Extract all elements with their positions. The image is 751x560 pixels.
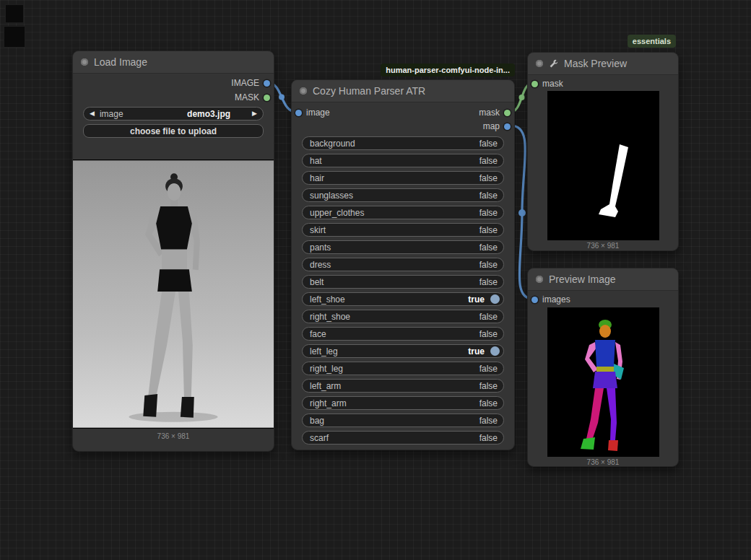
node-parser-titlebar[interactable]: Cozy Human Parser ATR: [292, 80, 514, 102]
node-collapse-dot[interactable]: [536, 60, 543, 67]
toggle-label: skirt: [310, 225, 479, 235]
toggle-label: scarf: [310, 433, 479, 443]
node-title: Load Image: [94, 56, 147, 68]
model-photo: [73, 159, 274, 429]
node-preview-image[interactable]: Preview Image images 736 × 981: [527, 268, 679, 467]
toggle-skirt[interactable]: skirtfalse: [302, 223, 504, 237]
node-collapse-dot[interactable]: [300, 87, 307, 95]
image-output-dot[interactable]: [264, 80, 270, 87]
image-file-combo[interactable]: ◀ image demo3.jpg ▶: [83, 107, 264, 121]
toggle-value: false: [479, 381, 498, 391]
toggle-knob-icon: [490, 294, 500, 304]
toggle-left_arm[interactable]: left_armfalse: [302, 379, 504, 393]
image-input-dot[interactable]: [295, 110, 302, 116]
choose-file-button[interactable]: choose file to upload: [83, 124, 264, 138]
image-dimensions: 736 × 981: [528, 458, 678, 466]
map-output-dot[interactable]: [504, 123, 511, 130]
load-image-preview: [73, 159, 274, 429]
essentials-badge: essentials: [628, 35, 676, 48]
toggle-right_leg[interactable]: right_legfalse: [302, 362, 504, 375]
node-title: Preview Image: [549, 274, 616, 285]
toggle-value: false: [479, 312, 498, 322]
toggle-value: true: [468, 346, 485, 356]
slot-row-image-input: image: [295, 108, 330, 118]
toggle-upper_clothes[interactable]: upper_clothesfalse: [302, 206, 504, 219]
node-preview-image-titlebar[interactable]: Preview Image: [528, 268, 678, 291]
toggle-bag[interactable]: bagfalse: [302, 414, 504, 427]
slot-row-mask-input: mask: [531, 79, 563, 89]
toggle-dress[interactable]: dressfalse: [302, 258, 504, 271]
toggle-knob-icon: [490, 346, 500, 356]
toggle-value: false: [479, 139, 498, 149]
node-mask-preview-titlebar[interactable]: Mask Preview: [528, 53, 678, 75]
toggle-label: face: [310, 329, 479, 339]
slot-row-mask-output: mask: [479, 108, 511, 118]
node-mask-preview[interactable]: Mask Preview mask 736 × 981: [527, 52, 679, 251]
toggle-label: hair: [310, 173, 479, 183]
wrench-icon: [549, 59, 558, 69]
toggle-scarf[interactable]: scarffalse: [302, 431, 504, 445]
node-load-image[interactable]: Load Image IMAGE MASK ◀ image demo3.jpg …: [72, 51, 274, 452]
image-dimensions: 736 × 981: [73, 432, 274, 440]
toggle-value: false: [479, 260, 498, 270]
slot-label-mask: mask: [542, 79, 563, 89]
slot-row-mask-output: MASK: [235, 92, 270, 102]
mask-preview-image: [547, 91, 659, 240]
toggle-label: right_arm: [310, 398, 479, 408]
toggle-label: sunglasses: [310, 191, 479, 201]
toggle-label: upper_clothes: [310, 208, 479, 218]
mask-output-dot[interactable]: [264, 95, 270, 101]
combo-value: demo3.jpg: [187, 109, 230, 119]
images-input-dot[interactable]: [531, 297, 538, 303]
node-load-image-titlebar[interactable]: Load Image: [73, 51, 274, 74]
toggle-value: false: [479, 173, 498, 183]
slot-label-image: image: [306, 108, 330, 118]
toggle-hair[interactable]: hairfalse: [302, 171, 504, 185]
toggle-hat[interactable]: hatfalse: [302, 154, 504, 167]
toggle-label: belt: [310, 277, 479, 287]
offscreen-node-2: [4, 26, 25, 48]
slot-label-mask: MASK: [235, 92, 259, 102]
toggle-value: false: [479, 364, 498, 374]
toggle-belt[interactable]: beltfalse: [302, 275, 504, 289]
toggle-value: false: [479, 191, 498, 201]
toggle-label: hat: [310, 156, 479, 166]
node-collapse-dot[interactable]: [536, 276, 543, 283]
toggle-value: false: [479, 208, 498, 218]
toggle-value: false: [479, 242, 498, 253]
segmentation-preview-image: [547, 307, 659, 457]
toggle-left_leg[interactable]: left_legtrue: [302, 344, 504, 358]
toggle-background[interactable]: backgroundfalse: [302, 136, 504, 150]
toggle-label: left_shoe: [310, 294, 468, 305]
toggle-value: true: [468, 294, 485, 305]
toggle-sunglasses[interactable]: sunglassesfalse: [302, 188, 504, 202]
toggle-value: false: [479, 225, 498, 235]
mask-output-dot[interactable]: [504, 110, 511, 116]
image-dimensions: 736 × 981: [528, 242, 678, 250]
node-collapse-dot[interactable]: [81, 58, 88, 66]
toggle-label: left_leg: [310, 346, 468, 356]
toggle-face[interactable]: facefalse: [302, 327, 504, 341]
toggle-value: false: [479, 398, 498, 408]
toggle-label: bag: [310, 416, 479, 426]
toggle-right_shoe[interactable]: right_shoefalse: [302, 310, 504, 323]
toggle-value: false: [479, 156, 498, 166]
toggle-pants[interactable]: pantsfalse: [302, 240, 504, 254]
combo-next-icon[interactable]: ▶: [252, 110, 257, 117]
toggle-label: right_leg: [310, 364, 479, 374]
toggle-left_shoe[interactable]: left_shoetrue: [302, 292, 504, 306]
slot-label-images: images: [542, 294, 570, 305]
combo-prev-icon[interactable]: ◀: [90, 110, 95, 117]
slot-label-image: IMAGE: [231, 78, 259, 88]
toggle-label: background: [310, 139, 479, 149]
node-source-badge: human-parser-comfyui-node-in...: [381, 64, 515, 76]
mask-input-dot[interactable]: [531, 81, 538, 87]
node-cozy-human-parser[interactable]: Cozy Human Parser ATR image mask map bac…: [291, 79, 515, 450]
slot-row-image-output: IMAGE: [231, 78, 270, 88]
toggle-value: false: [479, 416, 498, 426]
slot-label-mask: mask: [479, 108, 500, 118]
toggle-right_arm[interactable]: right_armfalse: [302, 396, 504, 410]
slot-row-map-output: map: [483, 121, 511, 131]
toggle-label: pants: [310, 242, 479, 253]
toggle-value: false: [479, 433, 498, 443]
